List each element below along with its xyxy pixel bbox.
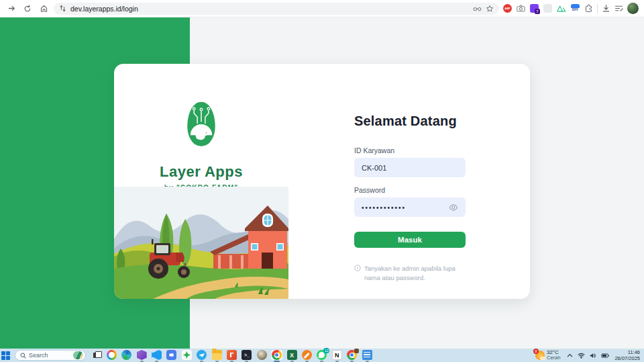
extension-badge: 7 xyxy=(535,9,540,14)
password-extension-icon[interactable]: 7 xyxy=(530,4,539,13)
orange-slash-app-icon[interactable] xyxy=(301,350,312,362)
login-card: Layer Apps by "COKRO FARM" xyxy=(114,64,530,299)
clock-time: 11:46 xyxy=(614,349,640,355)
file-explorer-icon[interactable] xyxy=(211,350,222,362)
bookmark-star-icon[interactable] xyxy=(486,5,494,13)
edge-dev-icon[interactable] xyxy=(121,350,132,362)
whatsapp-badge: 12 xyxy=(323,348,329,353)
help-note: Tanyakan ke admin apabila lupa nama atau… xyxy=(354,264,470,283)
telegram-icon[interactable] xyxy=(197,350,207,362)
password-masked-value[interactable]: •••••••••••• xyxy=(362,203,449,212)
download-icon[interactable] xyxy=(602,4,610,13)
taskbar: Search 12 xyxy=(0,349,644,362)
terminal-icon[interactable] xyxy=(241,350,252,362)
excel-icon[interactable] xyxy=(286,350,297,362)
disabled-extension-icon[interactable] xyxy=(543,4,552,13)
notion-icon[interactable] xyxy=(331,350,342,362)
info-icon xyxy=(354,265,361,271)
page-content: Layer Apps by "COKRO FARM" xyxy=(0,17,644,349)
home-icon[interactable] xyxy=(38,3,50,15)
task-view-icon[interactable] xyxy=(91,350,102,362)
extensions-puzzle-icon[interactable] xyxy=(584,4,593,13)
photo-avatar-icon[interactable] xyxy=(256,350,267,362)
password-manager-icon[interactable] xyxy=(473,5,482,12)
system-tray: 8 32°C Cerah 11:46 26/07/2025 xyxy=(535,349,644,362)
copilot-icon[interactable] xyxy=(106,350,117,362)
search-placeholder: Search xyxy=(29,352,70,359)
password-label: Password xyxy=(354,186,466,194)
brand-name: Layer Apps xyxy=(114,163,288,181)
layer-apps-logo xyxy=(183,97,219,151)
tampermonkey-badge xyxy=(354,349,359,353)
farm-illustration xyxy=(114,187,288,299)
weather-sun-icon: 8 xyxy=(535,351,545,360)
chrome-active-icon[interactable] xyxy=(272,350,282,362)
camera-extension-icon[interactable] xyxy=(517,5,525,12)
id-karyawan-field[interactable] xyxy=(354,158,466,177)
welcome-heading: Selamat Datang xyxy=(354,114,466,129)
tray-chevron-icon[interactable] xyxy=(567,353,573,358)
triangles-extension-icon[interactable] xyxy=(557,5,566,13)
brand-block: Layer Apps by "COKRO FARM" xyxy=(114,64,288,191)
whatsapp-icon[interactable]: 12 xyxy=(317,350,327,362)
weather-condition: Cerah xyxy=(547,355,560,361)
off-label: OFF xyxy=(571,8,580,12)
masuk-button[interactable]: Masuk xyxy=(354,232,466,248)
id-karyawan-input[interactable] xyxy=(362,164,458,172)
start-button[interactable] xyxy=(1,351,11,361)
show-password-icon[interactable] xyxy=(449,203,458,212)
green-arrows-app-icon[interactable] xyxy=(181,350,192,362)
forward-icon[interactable] xyxy=(5,3,17,15)
clock-date: 26/07/2025 xyxy=(614,355,640,361)
screen: dev.layerapps.id/login 7 OFF xyxy=(0,0,644,362)
address-bar[interactable]: dev.layerapps.id/login xyxy=(54,3,499,15)
weather-widget[interactable]: 8 32°C Cerah xyxy=(535,349,560,361)
weather-badge: 8 xyxy=(533,349,539,354)
blue-app-icon[interactable] xyxy=(166,350,177,362)
id-karyawan-label: ID Karyawan xyxy=(354,146,466,154)
reading-list-icon[interactable] xyxy=(614,5,623,12)
wifi-icon[interactable] xyxy=(578,353,585,359)
refresh-icon[interactable] xyxy=(21,3,34,15)
help-text: Tanyakan ke admin apabila lupa nama atau… xyxy=(364,264,470,283)
off-extension-icon[interactable]: OFF xyxy=(571,4,580,13)
extensions-row: 7 OFF xyxy=(503,4,593,13)
adblock-extension-icon[interactable] xyxy=(503,4,512,13)
password-field[interactable]: •••••••••••• xyxy=(354,197,466,217)
url-text[interactable]: dev.layerapps.id/login xyxy=(70,5,138,13)
taskbar-icons: 12 xyxy=(91,349,372,362)
red-app-icon[interactable] xyxy=(227,350,237,362)
login-form: Selamat Datang ID Karyawan Password ••••… xyxy=(354,64,466,283)
browser-profile-avatar[interactable] xyxy=(627,3,639,14)
taskbar-search[interactable]: Search xyxy=(15,350,86,361)
notes-app-icon[interactable] xyxy=(362,350,372,362)
search-daily-image xyxy=(73,351,83,359)
toolbar-divider xyxy=(597,4,598,13)
taskbar-clock[interactable]: 11:46 26/07/2025 xyxy=(614,349,640,361)
browser-toolbar: dev.layerapps.id/login 7 OFF xyxy=(0,0,644,17)
chrome-extension-icon[interactable] xyxy=(347,350,358,362)
site-info-icon[interactable] xyxy=(59,5,66,12)
vscode-icon[interactable] xyxy=(152,350,162,362)
visual-studio-icon[interactable] xyxy=(136,350,147,362)
search-icon xyxy=(20,353,26,359)
volume-icon[interactable] xyxy=(590,353,596,359)
battery-icon[interactable] xyxy=(601,353,609,359)
